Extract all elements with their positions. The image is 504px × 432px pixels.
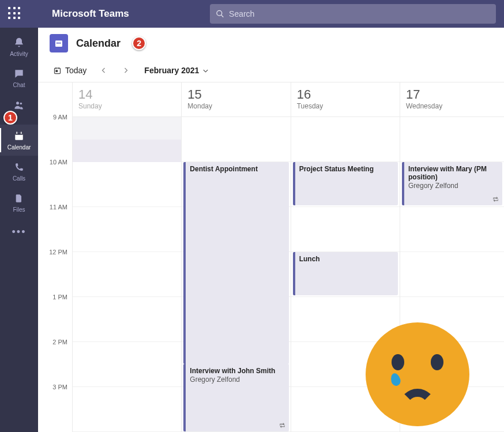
chat-icon (13, 67, 25, 80)
event-interview-john[interactable]: Interview with John Smith Gregory Zelfon… (183, 364, 288, 431)
time-label: 3 PM (38, 384, 72, 429)
phone-icon (13, 161, 25, 174)
rail-activity[interactable]: Activity (0, 31, 38, 62)
time-column: 9 AM 10 AM 11 AM 12 PM 1 PM 2 PM 3 PM (38, 82, 73, 432)
day-header: 15 Monday (182, 82, 290, 117)
svg-rect-6 (17, 132, 18, 134)
rail-files[interactable]: Files (0, 187, 38, 218)
svg-rect-15 (56, 70, 58, 72)
annotation-badge-2: 2 (132, 36, 146, 50)
svg-rect-10 (58, 43, 59, 44)
rail-teams[interactable]: Teams 1 (0, 93, 38, 125)
event-project-status[interactable]: Project Status Meeting (293, 162, 398, 205)
day-col-sunday[interactable]: 14 Sunday (73, 82, 182, 432)
time-label: 1 PM (38, 294, 72, 339)
people-icon (13, 99, 25, 111)
event-interview-mary[interactable]: Interview with Mary (PM position) Gregor… (402, 162, 502, 205)
month-picker[interactable]: February 2021 (144, 66, 209, 75)
page-title: Calendar (76, 37, 121, 50)
day-header: 16 Tuesday (291, 82, 400, 117)
time-label: 2 PM (38, 339, 72, 384)
app-launcher-icon[interactable] (8, 7, 22, 21)
annotation-badge-1: 1 (3, 111, 17, 125)
top-bar: Microsoft Teams (0, 0, 504, 28)
event-dentist[interactable]: Dentist Appointment (183, 162, 288, 364)
rail-calendar[interactable]: Calendar (0, 125, 38, 156)
calendar-icon (13, 130, 25, 142)
sad-face-emoji (366, 322, 469, 426)
next-button[interactable] (118, 62, 134, 78)
left-rail: Activity Chat Teams 1 Calendar Calls (0, 28, 38, 432)
calendar-toolbar: Today February 2021 (38, 59, 504, 82)
svg-rect-8 (55, 40, 62, 47)
main-content: Calendar 2 Today February 2021 9 AM 10 A… (38, 28, 504, 432)
chevron-down-icon (202, 67, 209, 74)
svg-rect-11 (59, 43, 61, 44)
event-lunch[interactable]: Lunch (293, 252, 398, 295)
brand-name: Microsoft Teams (52, 8, 129, 20)
prev-button[interactable] (96, 62, 112, 78)
search-box[interactable] (210, 4, 496, 24)
search-input[interactable] (229, 9, 490, 18)
calendar-app-icon (50, 34, 68, 52)
chevron-right-icon (122, 67, 129, 74)
svg-line-1 (221, 15, 223, 17)
svg-rect-5 (15, 133, 23, 135)
file-icon (13, 192, 25, 205)
chevron-left-icon (100, 67, 107, 74)
today-icon (53, 66, 62, 75)
today-button[interactable]: Today (50, 63, 90, 77)
recurring-icon (279, 422, 286, 429)
rail-calls[interactable]: Calls (0, 156, 38, 187)
bell-icon (13, 36, 25, 49)
rail-chat[interactable]: Chat (0, 62, 38, 93)
time-label: 11 AM (38, 204, 72, 249)
day-header: 17 Wednesday (400, 82, 504, 117)
time-label: 10 AM (38, 159, 72, 204)
rail-more[interactable]: ••• (12, 220, 27, 243)
search-icon (216, 9, 224, 18)
svg-point-0 (217, 10, 222, 16)
time-label: 12 PM (38, 249, 72, 294)
svg-rect-7 (21, 132, 22, 134)
svg-point-2 (16, 102, 19, 104)
svg-rect-9 (57, 43, 58, 44)
time-label: 9 AM (38, 114, 72, 159)
page-header: Calendar 2 (38, 28, 504, 59)
day-header: 14 Sunday (73, 82, 181, 117)
svg-point-3 (20, 103, 22, 105)
recurring-icon (492, 196, 499, 203)
day-col-monday[interactable]: 15 Monday Dentist Appointment Interview … (182, 82, 291, 432)
